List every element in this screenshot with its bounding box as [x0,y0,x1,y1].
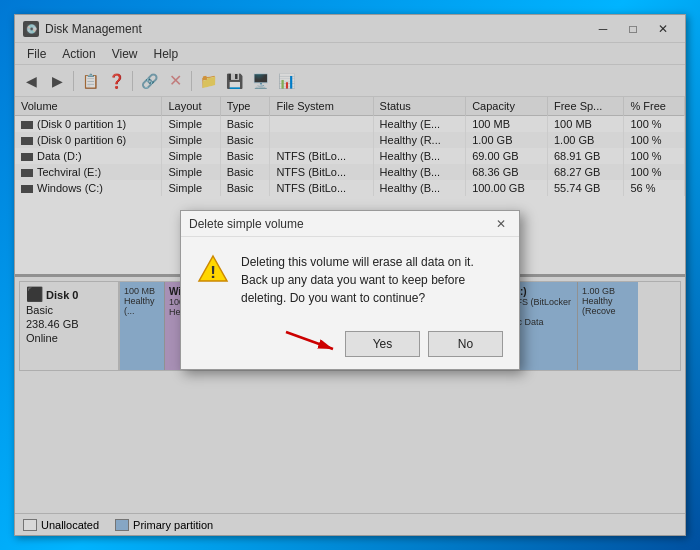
modal-overlay: Delete simple volume ✕ ! Deleting this v… [15,15,685,535]
warning-icon: ! [197,253,229,285]
svg-text:!: ! [210,263,216,282]
modal-title-bar: Delete simple volume ✕ [181,211,519,237]
main-window: 💽 Disk Management ─ □ ✕ File Action View… [14,14,686,536]
svg-line-3 [286,332,333,349]
modal-footer: Yes No [181,323,519,369]
no-button[interactable]: No [428,331,503,357]
arrow-indicator [281,327,341,355]
yes-button[interactable]: Yes [345,331,420,357]
delete-dialog: Delete simple volume ✕ ! Deleting this v… [180,210,520,370]
modal-body: ! Deleting this volume will erase all da… [181,237,519,323]
modal-close-button[interactable]: ✕ [491,215,511,233]
modal-message: Deleting this volume will erase all data… [241,253,503,307]
modal-title: Delete simple volume [189,217,491,231]
